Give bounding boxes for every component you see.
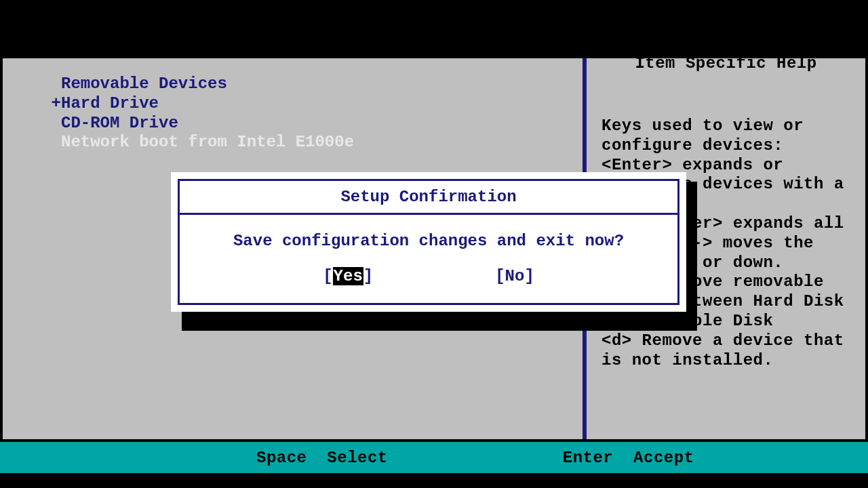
boot-item-label: CD-ROM Drive (61, 114, 178, 132)
setup-confirmation-dialog: Setup Confirmation Save configuration ch… (171, 172, 686, 312)
boot-item-label: Hard Drive (61, 94, 159, 113)
dialog-title: Setup Confirmation (180, 181, 677, 215)
dialog-buttons: [Yes] [No] (193, 267, 664, 285)
dialog-message: Save configuration changes and exit now? (233, 232, 624, 250)
boot-item-label: Removable Devices (61, 75, 227, 93)
footer-key-space: Space (256, 449, 307, 467)
footer-key-enter: Enter (563, 449, 614, 467)
footer-keys: Space Select Enter Accept (0, 442, 868, 473)
boot-item-0[interactable]: Removable Devices (61, 75, 569, 94)
boot-item-3[interactable]: Network boot from Intel E1000e (61, 133, 569, 152)
yes-button[interactable]: [Yes] (323, 267, 373, 285)
boot-item-1[interactable]: +Hard Drive (61, 94, 569, 114)
footer-action-accept: Accept (633, 449, 694, 467)
help-title: Item Specific Help (587, 54, 865, 73)
boot-item-2[interactable]: CD-ROM Drive (61, 114, 569, 134)
footer-action-select: Select (327, 449, 387, 467)
no-button[interactable]: [No] (495, 267, 534, 285)
boot-order-list[interactable]: Removable Devices+Hard Drive CD-ROM Driv… (61, 75, 569, 152)
boot-item-label: Network boot from Intel E1000e (61, 133, 354, 151)
